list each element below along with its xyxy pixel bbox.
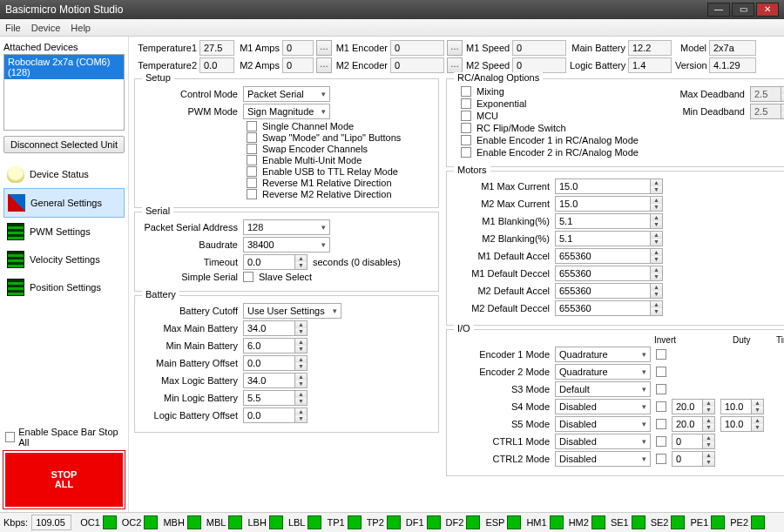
slave-select-checkbox[interactable] [243, 272, 253, 282]
m2-default-accel-input[interactable] [555, 283, 651, 299]
m2amps-more-button[interactable]: … [316, 57, 332, 73]
menu-device[interactable]: Device [31, 23, 61, 33]
multi-unit-checkbox[interactable] [247, 155, 257, 165]
rc-flip-checkbox[interactable] [461, 123, 471, 133]
led-icon [427, 515, 441, 529]
m1amps-value: 0 [282, 40, 314, 56]
m2enc-more-button[interactable]: … [447, 57, 463, 73]
logicbat-label: Logic Battery [570, 60, 625, 71]
ctrl1-duty-input[interactable] [672, 434, 703, 449]
enable-enc1-rc-checkbox[interactable] [461, 135, 471, 145]
single-channel-checkbox[interactable] [247, 121, 257, 131]
min-main-battery-input[interactable] [243, 338, 295, 354]
m2-max-current-input[interactable] [555, 196, 651, 212]
encoder2-mode-select[interactable]: Quadrature [555, 364, 651, 380]
m1-blanking-input[interactable] [555, 213, 651, 229]
reverse-m1-checkbox[interactable] [247, 178, 257, 188]
min-deadband-input [750, 104, 781, 119]
status-led-hm1: HM1 [526, 515, 563, 529]
s4-timeout-input[interactable] [720, 399, 752, 414]
m1-max-current-input[interactable] [555, 178, 651, 194]
device-list[interactable]: Roboclaw 2x7a (COM6) (128) [3, 54, 125, 131]
model-label: Model [675, 43, 706, 53]
s5-timeout-input[interactable] [720, 416, 752, 432]
version-label: Version [675, 60, 706, 71]
baudrate-select[interactable]: 38400 [243, 237, 330, 253]
serial-timeout-input[interactable] [243, 254, 295, 270]
swap-encoders-checkbox[interactable] [247, 144, 257, 154]
swap-buttons-checkbox[interactable] [247, 132, 257, 143]
enc2-invert-checkbox[interactable] [656, 367, 666, 377]
m2-default-decel-input[interactable] [555, 300, 651, 316]
menu-file[interactable]: File [5, 23, 21, 33]
ctrl2-duty-input[interactable] [672, 451, 703, 467]
encoder1-mode-select[interactable]: Quadrature [555, 347, 651, 362]
s4-duty-input[interactable] [672, 399, 703, 414]
reverse-m2-checkbox[interactable] [247, 189, 257, 199]
s5-mode-select[interactable]: Disabled [555, 416, 651, 432]
status-led-df1: DF1 [406, 515, 441, 529]
m1-default-accel-input[interactable] [555, 248, 651, 264]
stop-all-button[interactable]: STOP ALL [3, 451, 125, 508]
ctrl1-mode-select[interactable]: Disabled [555, 434, 651, 449]
led-icon [228, 515, 242, 529]
control-mode-select[interactable]: Packet Serial [243, 86, 330, 102]
nav-pwm-settings[interactable]: PWM Settings [3, 218, 125, 246]
enable-enc2-rc-checkbox[interactable] [461, 147, 471, 158]
max-logic-battery-input[interactable] [243, 373, 295, 388]
disconnect-button[interactable]: Disconnect Selected Unit [3, 136, 125, 153]
m2speed-label: M2 Speed [466, 60, 510, 71]
mixing-checkbox[interactable] [461, 86, 471, 97]
logic-battery-offset-input[interactable] [243, 407, 295, 423]
ctrl2-invert-checkbox[interactable] [656, 454, 666, 464]
nav-general-settings[interactable]: General Settings [3, 188, 125, 218]
main-battery-offset-input[interactable] [243, 355, 295, 371]
s5-invert-checkbox[interactable] [656, 419, 666, 429]
close-button[interactable]: ✕ [756, 3, 779, 17]
status-led-oc1: OC1 [80, 515, 117, 529]
pwm-mode-select[interactable]: Sign Magnitude [243, 104, 330, 119]
m1-default-decel-input[interactable] [555, 266, 651, 281]
minimize-button[interactable]: — [707, 3, 730, 17]
min-logic-battery-input[interactable] [243, 390, 295, 406]
s5-duty-input[interactable] [672, 416, 703, 432]
m2enc-label: M2 Encoder [335, 60, 388, 71]
s4-mode-select[interactable]: Disabled [555, 399, 651, 414]
s4-invert-checkbox[interactable] [656, 401, 666, 412]
position-icon [7, 279, 24, 296]
status-led-pe1: PE1 [690, 515, 725, 529]
m2-blanking-input[interactable] [555, 231, 651, 246]
led-icon [632, 515, 645, 529]
menu-help[interactable]: Help [71, 23, 91, 33]
packet-address-select[interactable]: 128 [243, 219, 330, 235]
mcu-checkbox[interactable] [461, 111, 471, 121]
battery-cutoff-select[interactable]: Use User Settings [243, 303, 341, 319]
attached-devices-label: Attached Devices [3, 40, 125, 54]
ctrl2-mode-select[interactable]: Disabled [555, 451, 651, 467]
s3-invert-checkbox[interactable] [656, 384, 666, 394]
status-led-oc2: OC2 [122, 515, 159, 529]
m1enc-value: 0 [390, 40, 444, 56]
m2speed-value: 0 [512, 57, 566, 73]
max-main-battery-input[interactable] [243, 320, 295, 336]
maximize-button[interactable]: ▭ [732, 3, 754, 17]
mainbat-label: Main Battery [570, 43, 625, 53]
exponential-checkbox[interactable] [461, 98, 471, 109]
bulb-icon [7, 165, 24, 183]
usb-ttl-relay-checkbox[interactable] [247, 166, 257, 177]
nav-position-settings[interactable]: Position Settings [3, 273, 125, 301]
m1enc-more-button[interactable]: … [447, 40, 463, 56]
status-led-df2: DF2 [446, 515, 481, 529]
ctrl1-invert-checkbox[interactable] [656, 436, 666, 447]
spinner-arrows[interactable]: ▲▼ [295, 254, 308, 270]
nav-device-status[interactable]: Device Status [3, 160, 125, 188]
s3-mode-select[interactable]: Default [555, 381, 651, 397]
led-icon [466, 515, 480, 529]
m1amps-more-button[interactable]: … [316, 40, 332, 56]
nav-velocity-settings[interactable]: Velocity Settings [3, 246, 125, 273]
enc1-invert-checkbox[interactable] [656, 349, 666, 360]
led-icon [387, 515, 401, 529]
device-list-item[interactable]: Roboclaw 2x7a (COM6) (128) [4, 55, 124, 79]
enable-spacebar-stop-checkbox[interactable] [5, 432, 15, 442]
m1enc-label: M1 Encoder [335, 43, 388, 53]
